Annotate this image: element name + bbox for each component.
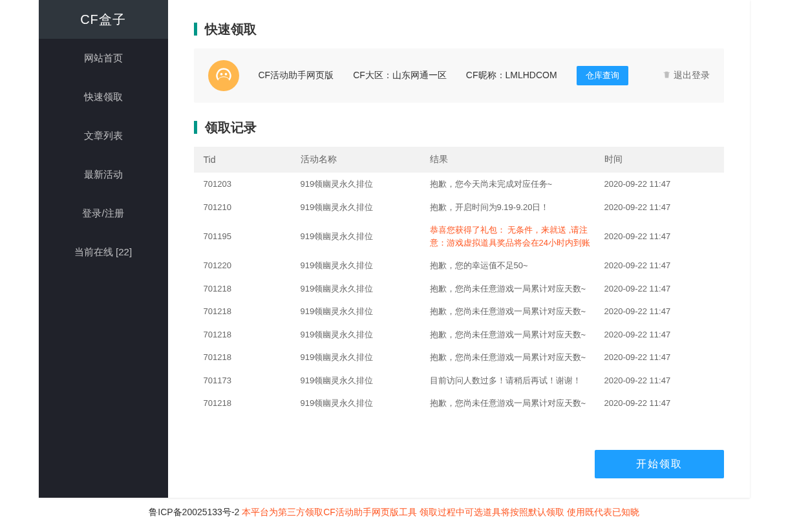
footer: 鲁ICP备20025133号-2 本平台为第三方领取CF活动助手网页版工具 领取…: [39, 507, 750, 518]
cell-tid: 701218: [204, 305, 301, 318]
cell-result: 目前访问人数过多！请稍后再试！谢谢！: [430, 374, 604, 387]
table-row: 701218919领幽灵永久排位抱歉，您尚未任意游戏一局累计对应天数~2020-…: [194, 323, 724, 346]
cell-time: 2020-09-22 11:47: [604, 328, 714, 341]
cell-activity: 919领幽灵永久排位: [301, 328, 430, 341]
table-header: Tid 活动名称 结果 时间: [194, 147, 724, 173]
cell-result: 恭喜您获得了礼包： 无条件，来就送 ,请注意：游戏虚拟道具奖品将会在24小时内到…: [430, 224, 604, 249]
col-time: 时间: [604, 154, 714, 165]
depot-query-button[interactable]: 仓库查询: [577, 66, 628, 85]
sidebar: CF盒子 网站首页快速领取文章列表最新活动登录/注册当前在线 [22]: [39, 0, 168, 498]
logout-link[interactable]: 退出登录: [663, 70, 710, 81]
action-bar: 开始领取: [194, 450, 724, 478]
avatar-icon: [208, 60, 239, 91]
cell-activity: 919领幽灵永久排位: [301, 178, 430, 191]
info-bar: CF活动助手网页版 CF大区：山东网通一区 CF昵称：LMLHDCOM 仓库查询…: [194, 48, 724, 103]
cell-time: 2020-09-22 11:47: [604, 282, 714, 295]
cell-result: 抱歉，您尚未任意游戏一局累计对应天数~: [430, 282, 604, 295]
cell-activity: 919领幽灵永久排位: [301, 201, 430, 214]
col-tid: Tid: [204, 154, 301, 165]
cell-time: 2020-09-22 11:47: [604, 305, 714, 318]
nav-list: 网站首页快速领取文章列表最新活动登录/注册当前在线 [22]: [39, 39, 168, 271]
cell-tid: 701173: [204, 374, 301, 387]
table-body[interactable]: 701203919领幽灵永久排位抱歉，您今天尚未完成对应任务~2020-09-2…: [194, 173, 724, 418]
cell-tid: 701218: [204, 397, 301, 410]
sidebar-item-4[interactable]: 登录/注册: [39, 194, 168, 233]
cell-tid: 701218: [204, 282, 301, 295]
section-records-title: 领取记录: [194, 121, 724, 134]
cell-tid: 701218: [204, 328, 301, 341]
cell-activity: 919领幽灵永久排位: [301, 374, 430, 387]
svg-point-0: [220, 73, 222, 76]
start-claim-button[interactable]: 开始领取: [595, 450, 724, 478]
logout-label: 退出登录: [674, 70, 710, 81]
table-row: 701195919领幽灵永久排位恭喜您获得了礼包： 无条件，来就送 ,请注意：游…: [194, 218, 724, 254]
cell-time: 2020-09-22 11:47: [604, 230, 714, 243]
main-panel: 快速领取 CF活动助手网页版 CF大区：山东网通一区 CF昵称：LMLHDCOM…: [168, 0, 750, 498]
cell-tid: 701195: [204, 230, 301, 243]
cell-result: 抱歉，您尚未任意游戏一局累计对应天数~: [430, 351, 604, 364]
app-window: CF盒子 网站首页快速领取文章列表最新活动登录/注册当前在线 [22] 快速领取…: [39, 0, 750, 498]
sidebar-item-5[interactable]: 当前在线 [22]: [39, 233, 168, 271]
cell-time: 2020-09-22 11:47: [604, 397, 714, 410]
cell-tid: 701220: [204, 259, 301, 272]
table-row: 701203919领幽灵永久排位抱歉，您今天尚未完成对应任务~2020-09-2…: [194, 173, 724, 196]
footer-icp[interactable]: 鲁ICP备20025133号-2: [149, 507, 242, 517]
cell-result: 抱歉，您今天尚未完成对应任务~: [430, 178, 604, 191]
col-result: 结果: [430, 154, 604, 165]
cell-time: 2020-09-22 11:47: [604, 201, 714, 214]
info-zone: CF大区：山东网通一区: [353, 70, 447, 81]
sidebar-item-2[interactable]: 文章列表: [39, 116, 168, 155]
trash-icon: [663, 70, 671, 81]
cell-result: 抱歉，您的幸运值不足50~: [430, 259, 604, 272]
cell-activity: 919领幽灵永久排位: [301, 282, 430, 295]
cell-result: 抱歉，您尚未任意游戏一局累计对应天数~: [430, 328, 604, 341]
cell-time: 2020-09-22 11:47: [604, 178, 714, 191]
cell-result: 抱歉，您尚未任意游戏一局累计对应天数~: [430, 305, 604, 318]
table-row: 701220919领幽灵永久排位抱歉，您的幸运值不足50~2020-09-22 …: [194, 254, 724, 277]
cell-activity: 919领幽灵永久排位: [301, 305, 430, 318]
table-row: 701218919领幽灵永久排位抱歉，您尚未任意游戏一局累计对应天数~2020-…: [194, 346, 724, 369]
cell-result: 抱歉，开启时间为9.19-9.20日！: [430, 201, 604, 214]
cell-time: 2020-09-22 11:47: [604, 351, 714, 364]
cell-time: 2020-09-22 11:47: [604, 374, 714, 387]
sidebar-item-0[interactable]: 网站首页: [39, 39, 168, 78]
info-nick: CF昵称：LMLHDCOM: [466, 70, 557, 81]
table-row: 701218919领幽灵永久排位抱歉，您尚未任意游戏一局累计对应天数~2020-…: [194, 300, 724, 323]
table-row: 701210919领幽灵永久排位抱歉，开启时间为9.19-9.20日！2020-…: [194, 196, 724, 219]
cell-activity: 919领幽灵永久排位: [301, 397, 430, 410]
cell-activity: 919领幽灵永久排位: [301, 351, 430, 364]
footer-warning: 本平台为第三方领取CF活动助手网页版工具 领取过程中可选道具将按照默认领取 使用…: [242, 507, 639, 517]
table-row: 701183919领幽灵永久排位恭喜您获得了礼包： 特权礼包 ,请注意：游戏虚拟…: [194, 415, 724, 419]
cell-activity: 919领幽灵永久排位: [301, 230, 430, 243]
col-activity: 活动名称: [301, 154, 430, 165]
records-table: Tid 活动名称 结果 时间 701203919领幽灵永久排位抱歉，您今天尚未完…: [194, 147, 724, 437]
cell-result: 抱歉，您尚未任意游戏一局累计对应天数~: [430, 397, 604, 410]
table-row: 701218919领幽灵永久排位抱歉，您尚未任意游戏一局累计对应天数~2020-…: [194, 392, 724, 415]
cell-activity: 919领幽灵永久排位: [301, 259, 430, 272]
sidebar-item-3[interactable]: 最新活动: [39, 155, 168, 194]
cell-time: 2020-09-22 11:47: [604, 259, 714, 272]
cell-tid: 701210: [204, 201, 301, 214]
table-row: 701218919领幽灵永久排位抱歉，您尚未任意游戏一局累计对应天数~2020-…: [194, 277, 724, 301]
info-helper: CF活动助手网页版: [259, 70, 334, 81]
section-quick-title: 快速领取: [194, 23, 724, 36]
table-row: 701173919领幽灵永久排位目前访问人数过多！请稍后再试！谢谢！2020-0…: [194, 369, 724, 392]
cell-tid: 701203: [204, 178, 301, 191]
svg-point-1: [224, 73, 227, 76]
brand-title: CF盒子: [39, 0, 168, 39]
cell-tid: 701218: [204, 351, 301, 364]
sidebar-item-1[interactable]: 快速领取: [39, 78, 168, 116]
